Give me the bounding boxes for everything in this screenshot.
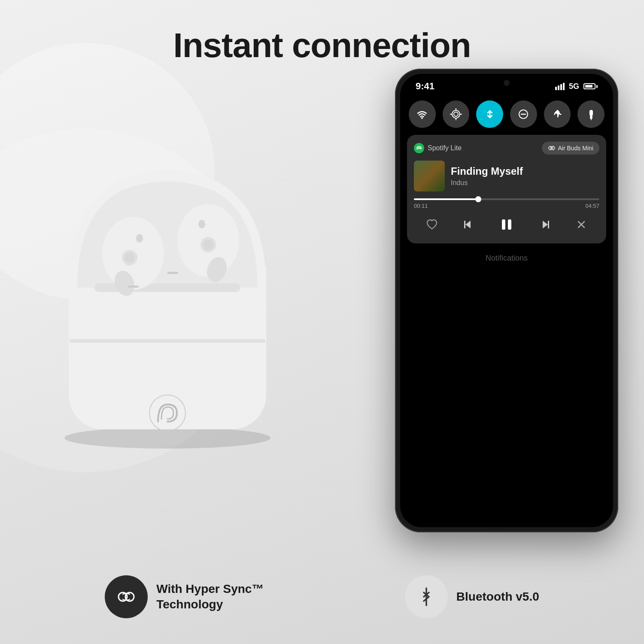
phone-screen: 9:41 5G	[400, 74, 613, 527]
control-center	[400, 95, 613, 135]
main-title: Instant connection	[0, 26, 644, 65]
svg-marker-32	[543, 221, 548, 228]
album-art	[414, 161, 445, 191]
signal-bar-2	[558, 85, 559, 90]
svg-marker-28	[465, 221, 471, 228]
skip-forward-button[interactable]	[539, 218, 552, 231]
cc-airdrop-button[interactable]	[443, 100, 470, 128]
progress-container: 00:11 04:57	[414, 198, 599, 209]
progress-times: 00:11 04:57	[414, 203, 599, 209]
bottom-features: With Hyper Sync™ Technology Bluetooth v5…	[0, 575, 644, 618]
time-current: 00:11	[414, 203, 428, 209]
svg-point-14	[198, 220, 205, 228]
spotify-app-name: Spotify Lite	[428, 144, 462, 152]
battery-tip	[596, 85, 598, 88]
svg-rect-17	[167, 272, 178, 274]
status-time: 9:41	[416, 81, 434, 92]
time-total: 04:57	[585, 203, 599, 209]
earbuds-case	[34, 129, 301, 451]
svg-rect-29	[464, 221, 465, 228]
spotify-icon	[414, 143, 424, 153]
svg-rect-10	[128, 286, 139, 288]
svg-point-16	[203, 240, 213, 250]
device-name: Air Buds Mini	[558, 145, 593, 152]
signal-bar-3	[560, 84, 562, 90]
svg-rect-18	[70, 339, 265, 343]
spotify-header: Spotify Lite Air Buds Mini	[414, 142, 599, 155]
song-info: Finding Myself Indus	[451, 165, 599, 187]
phone: 9:41 5G	[395, 69, 618, 532]
bluetooth-badge: Bluetooth v5.0	[405, 575, 539, 618]
spotify-card: Spotify Lite Air Buds Mini	[407, 135, 606, 243]
svg-rect-25	[590, 115, 592, 119]
signal-bar-4	[563, 83, 565, 90]
status-icons: 5G	[555, 82, 598, 91]
skip-back-button[interactable]	[461, 218, 474, 231]
progress-bar-bg	[414, 198, 599, 200]
hyper-sync-text: With Hyper Sync™ Technology	[156, 581, 264, 613]
song-row: Finding Myself Indus	[414, 161, 599, 191]
cc-flashlight-button[interactable]	[577, 100, 605, 128]
notifications-label: Notifications	[400, 254, 613, 263]
svg-rect-31	[508, 219, 511, 230]
hyper-sync-badge: With Hyper Sync™ Technology	[105, 575, 264, 618]
camera-notch	[504, 80, 510, 86]
svg-point-20	[421, 117, 423, 119]
svg-rect-24	[589, 110, 593, 116]
battery-body	[583, 83, 595, 89]
cc-focus-button[interactable]	[510, 100, 537, 128]
close-button[interactable]	[575, 218, 588, 231]
svg-rect-6	[122, 219, 144, 249]
airbuds-badge: Air Buds Mini	[542, 142, 599, 155]
svg-point-0	[64, 427, 270, 449]
svg-point-7	[136, 234, 143, 243]
cc-wifi-button[interactable]	[409, 100, 436, 128]
hyper-sync-icon-circle	[105, 575, 148, 618]
song-title: Finding Myself	[451, 165, 599, 177]
cc-airplane-button[interactable]	[544, 100, 571, 128]
like-button[interactable]	[425, 218, 438, 231]
signal-bar-1	[555, 87, 557, 90]
album-art-inner	[414, 161, 445, 191]
svg-point-21	[452, 110, 460, 118]
song-artist: Indus	[451, 179, 599, 187]
playback-controls	[414, 213, 599, 237]
progress-dot	[475, 196, 481, 202]
bluetooth-text: Bluetooth v5.0	[456, 589, 539, 605]
signal-bars-icon	[555, 83, 565, 90]
progress-bar-fill	[414, 198, 479, 200]
pause-button[interactable]	[497, 215, 516, 234]
svg-point-22	[454, 112, 458, 116]
battery-icon	[583, 83, 598, 89]
hyper-sync-line2: Technology	[156, 598, 223, 611]
phone-outer: 9:41 5G	[395, 69, 618, 532]
network-type: 5G	[569, 82, 579, 91]
bluetooth-icon-circle	[405, 575, 448, 618]
page-background: Instant connection	[0, 0, 644, 644]
svg-point-9	[125, 252, 135, 263]
svg-rect-33	[548, 221, 549, 228]
battery-fill	[585, 85, 592, 88]
cc-data-button[interactable]	[476, 100, 503, 128]
spotify-logo-area: Spotify Lite	[414, 143, 462, 153]
hyper-sync-line1: With Hyper Sync™	[156, 582, 264, 595]
svg-rect-30	[502, 219, 505, 230]
